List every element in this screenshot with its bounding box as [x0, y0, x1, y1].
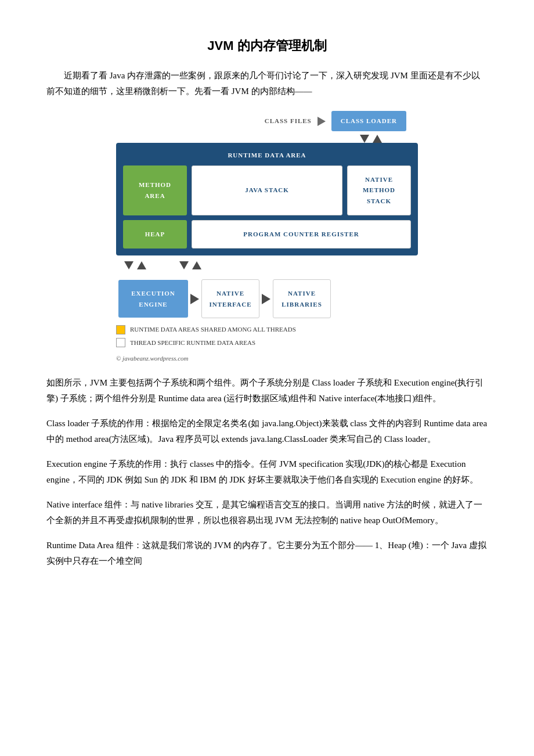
arrow-down-2 — [124, 261, 134, 269]
method-area-box: METHOD AREA — [123, 165, 187, 215]
paragraph-3: Execution engine 子系统的作用：执行 classes 中的指令。… — [46, 456, 488, 488]
native-interface-box: NATIVE INTERFACE — [201, 279, 259, 318]
runtime-top-row: METHOD AREA JAVA STACK NATIVE METHOD STA… — [123, 165, 411, 215]
page-title: JVM 的内存管理机制 — [46, 35, 488, 56]
connector-arrows-top — [116, 135, 418, 143]
legend-icon-thread — [116, 338, 125, 347]
intro-paragraph: 近期看了看 Java 内存泄露的一些案例，跟原来的几个哥们讨论了一下，深入研究发… — [46, 68, 488, 99]
paragraph-2: Class loader 子系统的作用：根据给定的全限定名类名(如 java.l… — [46, 416, 488, 447]
legend-label-1: RUNTIME DATA AREAS SHARED AMONG ALL THRE… — [130, 324, 296, 335]
legend-row-1: RUNTIME DATA AREAS SHARED AMONG ALL THRE… — [116, 324, 418, 335]
legend-icon-shared — [116, 325, 125, 334]
arrow-native-to-libs — [262, 294, 270, 304]
arrow-up-2 — [137, 261, 146, 269]
execution-engine-box: EXECUTION ENGINE — [118, 280, 188, 318]
paragraph-5: Runtime Data Area 组件：这就是我们常说的 JVM 的内存了。它… — [46, 538, 488, 569]
arrow-up-1 — [373, 135, 382, 143]
jvm-diagram: CLASS FILES CLASS LOADER RUNTIME DATA AR… — [116, 111, 418, 363]
runtime-data-area: RUNTIME DATA AREA METHOD AREA JAVA STACK… — [116, 143, 418, 255]
paragraph-4: Native interface 组件：与 native libraries 交… — [46, 497, 488, 528]
native-libraries-box: NATIVE LIBRARIES — [273, 279, 331, 318]
paragraph-1: 如图所示，JVM 主要包括两个子系统和两个组件。两个子系统分别是 Class l… — [46, 375, 488, 406]
program-counter-register-box: PROGRAM COUNTER REGISTER — [192, 220, 411, 249]
java-stack-box: JAVA STACK — [192, 165, 342, 215]
arrow-exec-to-native — [190, 294, 199, 304]
arrow-to-class-loader — [317, 117, 326, 126]
native-method-stack-box: NATIVE METHOD STACK — [347, 165, 411, 215]
top-row: CLASS FILES CLASS LOADER — [116, 111, 418, 131]
bottom-section: EXECUTION ENGINE NATIVE INTERFACE NATIVE… — [116, 279, 418, 318]
legend-row-2: THREAD SPECIFIC RUNTIME DATA AREAS — [116, 337, 418, 348]
arrow-down-3 — [179, 261, 189, 269]
legend-label-2: THREAD SPECIFIC RUNTIME DATA AREAS — [130, 337, 255, 348]
class-loader-box: CLASS LOADER — [331, 111, 406, 131]
class-files-label: CLASS FILES — [265, 116, 312, 127]
mid-arrows — [118, 261, 418, 276]
legend: RUNTIME DATA AREAS SHARED AMONG ALL THRE… — [116, 324, 418, 348]
runtime-inner: METHOD AREA JAVA STACK NATIVE METHOD STA… — [123, 165, 411, 249]
arrow-down-1 — [360, 135, 369, 143]
copyright: © javabeanz.wordpress.com — [116, 353, 418, 364]
runtime-title: RUNTIME DATA AREA — [123, 150, 411, 161]
runtime-bottom-row: HEAP PROGRAM COUNTER REGISTER — [123, 220, 411, 249]
arrow-up-3 — [192, 261, 201, 269]
heap-box: HEAP — [123, 220, 187, 249]
